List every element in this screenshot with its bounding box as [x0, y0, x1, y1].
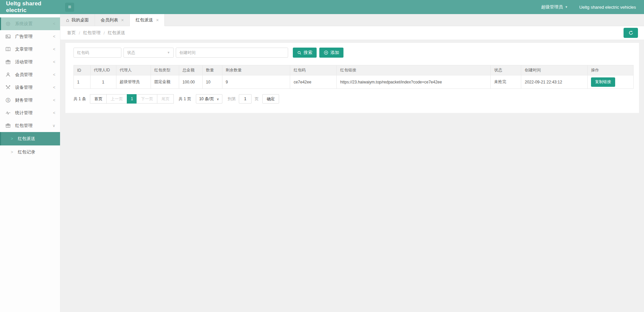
sidebar-item-finance[interactable]: $ 财务管理 < [0, 94, 60, 107]
dollar-icon: $ [5, 98, 11, 103]
sidebar-item-label: 财务管理 [15, 97, 53, 103]
arrow-right-icon: > [11, 150, 13, 154]
goto-page-label: 到第 [228, 96, 236, 102]
breadcrumb-bar: 首页 / 红包管理 / 红包派送 [60, 26, 644, 40]
redpacket-panel: 状态 ▼ 搜索 添加 [65, 43, 639, 113]
chevron-down-icon: ∨ [217, 97, 219, 101]
chevron-left-icon: < [53, 111, 55, 115]
col-type: 红包类型 [151, 65, 179, 75]
sidebar-item-devices[interactable]: 设备管理 < [0, 81, 60, 94]
first-page-button[interactable]: 首页 [90, 94, 107, 104]
copy-link-button[interactable]: 复制链接 [591, 77, 615, 87]
site-link[interactable]: Ueltg shared electric vehicles [579, 5, 636, 10]
image-icon [5, 34, 11, 39]
per-page-select[interactable]: 10 条/页 ∨ [196, 94, 222, 104]
next-page-button[interactable]: 下一页 [137, 94, 157, 104]
cell-agent: 超级管理员 [116, 75, 151, 89]
total-count-label: 共 1 条 [73, 96, 86, 102]
chevron-down-icon: ▼ [565, 5, 568, 9]
sidebar-item-members[interactable]: 会员管理 < [0, 68, 60, 81]
chevron-left-icon: < [53, 47, 55, 52]
goto-page-unit: 页 [255, 96, 259, 102]
col-created: 创建时间 [521, 65, 588, 75]
sidebar-item-label: 红包管理 [15, 123, 52, 129]
app-title: Ueltg shared electric [0, 0, 60, 14]
user-menu[interactable]: 超级管理员 ▼ [541, 4, 568, 10]
status-select[interactable]: 状态 ▼ [123, 48, 174, 58]
breadcrumb-home[interactable]: 首页 [67, 30, 76, 36]
tab-bar: ⌂ 我的桌面 会员列表 × 红包派送 × [60, 14, 644, 26]
pulse-icon [5, 110, 11, 116]
sidebar-item-label: 设备管理 [15, 84, 53, 90]
cell-link: https://23.haiwaiym.top/redpacket/index?… [337, 75, 491, 89]
add-button-label: 添加 [330, 50, 339, 56]
sidebar: 系统设置 < 广告管理 < 文章管理 < 活动管理 < 会员管理 < [0, 14, 60, 312]
search-button-label: 搜索 [304, 50, 312, 56]
tab-member-list[interactable]: 会员列表 × [95, 14, 130, 26]
cell-count: 10 [203, 75, 222, 89]
pagination: 共 1 条 首页 上一页 1 下一页 尾页 共 1 页 10 条/页 ∨ 到第 … [73, 94, 634, 104]
cell-actions: 复制链接 [588, 75, 634, 89]
confirm-button[interactable]: 确定 [262, 94, 279, 104]
sidebar-item-label: 广告管理 [15, 34, 53, 40]
cell-total: 100.00 [179, 75, 203, 89]
breadcrumb-section[interactable]: 红包管理 [83, 30, 101, 36]
redpacket-icon [5, 123, 11, 128]
page-buttons: 首页 上一页 1 下一页 尾页 [90, 94, 174, 104]
total-pages-label: 共 1 页 [178, 96, 191, 102]
breadcrumb-separator: / [104, 30, 105, 36]
created-time-input[interactable] [176, 48, 288, 58]
chevron-left-icon: < [53, 21, 55, 26]
sidebar-item-redpacket[interactable]: 红包管理 ∨ [0, 119, 60, 132]
sidebar-item-label: 统计管理 [15, 110, 53, 116]
chevron-left-icon: < [53, 72, 55, 77]
prev-page-button[interactable]: 上一页 [106, 94, 127, 104]
sidebar-item-articles[interactable]: 文章管理 < [0, 43, 60, 56]
sidebar-toggle-button[interactable]: ≡ [65, 3, 74, 12]
sidebar-item-activities[interactable]: 活动管理 < [0, 56, 60, 68]
sidebar-item-label: 活动管理 [15, 59, 53, 65]
redpacket-table: ID 代理人ID 代理人 红包类型 总金额 数量 剩余数量 红包码 红包链接 状… [73, 65, 634, 89]
sidebar-item-label: 系统设置 [15, 21, 53, 27]
col-link: 红包链接 [337, 65, 491, 75]
tab-label: 会员列表 [101, 17, 118, 23]
header-right: 超级管理员 ▼ Ueltg shared electric vehicles [541, 4, 644, 10]
redpacket-code-input[interactable] [73, 48, 121, 58]
chevron-down-icon: ▼ [167, 51, 170, 54]
table-header-row: ID 代理人ID 代理人 红包类型 总金额 数量 剩余数量 红包码 红包链接 状… [74, 65, 634, 75]
add-button[interactable]: 添加 [319, 48, 343, 58]
last-page-button[interactable]: 尾页 [157, 94, 174, 104]
cell-status: 未抢完 [491, 75, 521, 89]
col-agent: 代理人 [116, 65, 151, 75]
chevron-left-icon: < [53, 34, 55, 39]
active-indicator [0, 17, 1, 30]
sidebar-item-label: 会员管理 [15, 72, 53, 78]
gift-icon [5, 59, 11, 65]
tab-label: 我的桌面 [71, 17, 89, 23]
sidebar-subitem-redpacket-send[interactable]: > 红包派送 [0, 132, 60, 145]
refresh-icon [628, 30, 634, 36]
col-actions: 操作 [588, 65, 634, 75]
tab-my-desktop[interactable]: ⌂ 我的桌面 [60, 14, 95, 26]
tools-icon [5, 85, 11, 90]
sidebar-item-statistics[interactable]: 统计管理 < [0, 107, 60, 119]
book-icon [5, 47, 11, 52]
close-icon[interactable]: × [156, 17, 159, 23]
search-button[interactable]: 搜索 [293, 48, 317, 58]
chevron-left-icon: < [53, 60, 55, 64]
close-icon[interactable]: × [121, 17, 124, 23]
sidebar-item-system-settings[interactable]: 系统设置 < [0, 17, 60, 30]
chevron-left-icon: < [53, 98, 55, 103]
sidebar-subitem-redpacket-records[interactable]: > 红包记录 [0, 145, 60, 159]
refresh-button[interactable] [624, 28, 638, 38]
sidebar-item-label: 文章管理 [15, 46, 53, 52]
search-toolbar: 状态 ▼ 搜索 添加 [73, 48, 634, 58]
goto-page-input[interactable] [239, 94, 252, 104]
main-area: ⌂ 我的桌面 会员列表 × 红包派送 × 首页 / 红包管理 / 红包派送 [60, 14, 644, 312]
tab-redpacket-send[interactable]: 红包派送 × [130, 14, 165, 26]
sidebar-item-ads[interactable]: 广告管理 < [0, 30, 60, 43]
content-area: 状态 ▼ 搜索 添加 [60, 40, 644, 116]
top-header: Ueltg shared electric ≡ 超级管理员 ▼ Ueltg sh… [0, 0, 644, 14]
current-page-button[interactable]: 1 [127, 94, 137, 104]
cell-agent-id: 1 [90, 75, 116, 89]
